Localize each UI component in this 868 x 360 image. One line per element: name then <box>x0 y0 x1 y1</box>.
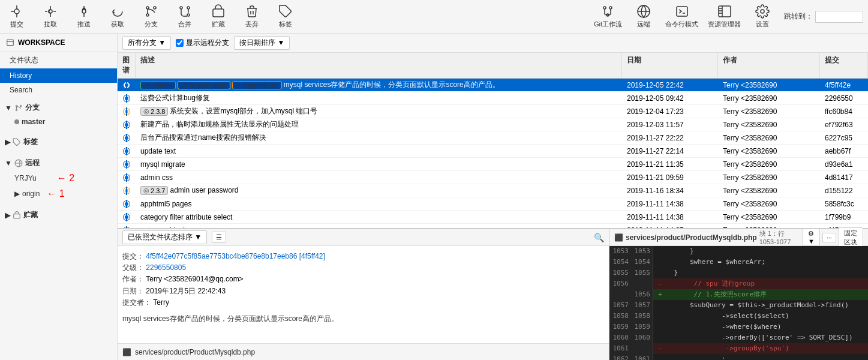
sidebar-history[interactable]: History <box>0 68 117 83</box>
sidebar-tags-header[interactable]: ▶ 标签 <box>0 134 117 149</box>
history-row-date: 2019-11-21 09:59 <box>622 172 718 183</box>
sidebar-search[interactable]: Search <box>0 83 117 97</box>
toolbar-explorer[interactable]: 资源管理器 <box>708 4 741 29</box>
toolbar-pull-label: 拉取 <box>44 20 57 29</box>
history-row-author: Terry <23582690 <box>718 212 820 223</box>
toolbar-branch[interactable]: 分支 <box>139 4 163 29</box>
sidebar-branch-header[interactable]: ▼ 分支 <box>0 100 117 115</box>
show-remote-checkbox-label[interactable]: 显示远程分支 <box>176 38 229 48</box>
toolbar-tag-label: 标签 <box>279 20 292 29</box>
diff-line: 10601060 ->orderBy(['score' => SORT_DESC… <box>609 332 868 343</box>
bottom-panel: 已依照文件状态排序 ▼ ☰ 🔍 提交： 4f5ff42e077c5f85ae77… <box>118 228 868 360</box>
svg-rect-19 <box>719 6 731 17</box>
date-value: 2019年12月5日 22:42:43 <box>146 287 226 295</box>
diff-line: 10541054 $where = $whereArr; <box>609 257 868 268</box>
jump-to-input[interactable] <box>815 11 863 23</box>
diff-wrap-btn[interactable]: 固定区块 <box>839 227 863 248</box>
remote-chevron-icon: ▼ <box>5 159 12 167</box>
history-row[interactable]: 后台产品搜索通过name搜索的报错解决2019-11-27 22:22Terry… <box>118 131 868 145</box>
history-row[interactable]: update text2019-11-27 22:14Terry <235826… <box>118 145 868 158</box>
list-view-btn[interactable]: ☰ <box>212 232 226 243</box>
toolbar-remote[interactable]: 远端 <box>632 4 656 29</box>
show-remote-checkbox[interactable] <box>176 39 184 47</box>
sidebar-branch-master[interactable]: master <box>0 115 117 128</box>
parent-label: 父级： <box>122 263 144 272</box>
commit-hash-value[interactable]: 4f5ff42e077c5f85ae7753bc4be876e8b17eeb86… <box>146 252 325 260</box>
toolbar-pull[interactable]: 拉取 <box>38 4 62 29</box>
search-icon-btn[interactable]: 🔍 <box>594 233 604 242</box>
main-area: WORKSPACE 文件状态 History Search ▼ 分支 maste… <box>0 34 868 360</box>
history-row-date: 2019-12-03 11:57 <box>622 119 718 130</box>
file-sort-dropdown[interactable]: 已依照文件状态排序 ▼ <box>122 230 207 244</box>
sidebar-remote-header[interactable]: ▼ 远程 <box>0 155 117 170</box>
branch-filter-dropdown[interactable]: 所有分支 ▼ <box>122 36 171 50</box>
history-row-author: Terry <23582690 <box>718 172 820 183</box>
toolbar-fetch[interactable]: 获取 <box>106 4 130 29</box>
history-table-header: 图谱 描述 日期 作者 提交 <box>118 53 868 79</box>
svg-point-20 <box>761 10 764 13</box>
history-row[interactable]: ⎇master⎇origin/master◎origin/HEADmysql s… <box>118 79 868 92</box>
file-name[interactable]: services/product/ProductMysqldb.php <box>135 348 255 356</box>
toolbar-discard[interactable]: 丢弃 <box>240 4 264 29</box>
remote-icon <box>14 159 23 167</box>
history-table: 图谱 描述 日期 作者 提交 ⎇master⎇origin/master◎ori… <box>118 53 868 228</box>
commit-hash-label: 提交： <box>122 252 144 260</box>
tag-badge: ◎2.3.8 <box>140 107 168 116</box>
svg-point-11 <box>187 7 190 9</box>
bottom-left-toolbar: 已依照文件状态排序 ▼ ☰ 🔍 <box>118 229 609 246</box>
sidebar-remote-yrjyu[interactable]: YRJYu ← 2 <box>0 170 117 186</box>
history-row[interactable]: 运费公式计算bug修复2019-12-05 09:42Terry <235826… <box>118 92 868 105</box>
history-row-date: 2019-11-21 11:35 <box>622 159 718 170</box>
history-row-desc: ◎2.3.7admin user password <box>136 185 622 196</box>
toolbar-merge-label: 合并 <box>178 20 191 29</box>
history-row-author: Terry <23582690 <box>718 119 820 130</box>
col-header-date: 日期 <box>622 53 718 78</box>
history-row-commit: ffc60b84 <box>820 106 868 117</box>
file-list: ⬛ services/product/ProductMysqldb.php <box>118 343 609 360</box>
svg-point-5 <box>82 10 86 13</box>
history-row-date: 2019-11-27 22:14 <box>622 146 718 157</box>
history-row-author: Terry <23582690 <box>718 199 820 209</box>
history-row-commit: ef792f63 <box>820 119 868 130</box>
sidebar-stash-header[interactable]: ▶ 贮藏 <box>0 208 117 223</box>
toolbar-gitflow[interactable]: Git工作流 <box>594 4 622 29</box>
toolbar-terminal[interactable]: 命令行模式 <box>665 4 698 29</box>
toolbar-settings[interactable]: 设置 <box>750 4 774 29</box>
history-row[interactable]: ◎2.3.7admin user password2019-11-16 18:3… <box>118 184 868 197</box>
svg-point-24 <box>16 109 17 110</box>
diff-settings-btn[interactable]: ⚙ ▼ <box>803 229 820 246</box>
parent-hash-value[interactable]: 2296550805 <box>146 263 186 272</box>
sidebar-file-status[interactable]: 文件状态 <box>0 52 117 68</box>
parent-hash-row: 父级： 2296550805 <box>122 262 604 274</box>
history-row[interactable]: 新建产品，临时添加规格属性无法显示的问题处理2019-12-03 11:57Te… <box>118 118 868 131</box>
bottom-right: ⬛ services/product/ProductMysqldb.php 块 … <box>609 229 868 360</box>
toolbar-push[interactable]: 推送 <box>72 4 96 29</box>
diff-more-btn[interactable]: ··· <box>822 233 836 242</box>
sort-dropdown[interactable]: 按日期排序 ▼ <box>234 36 290 50</box>
history-row[interactable]: admin css2019-11-21 09:59Terry <23582690… <box>118 171 868 184</box>
history-row-desc: 后台产品搜索通过name搜索的报错解决 <box>136 131 622 144</box>
toolbar-tag[interactable]: 标签 <box>274 4 298 29</box>
diff-actions: 块 1：行 1053-1077 ⚙ ▼ ··· 固定区块 <box>759 227 863 248</box>
sidebar-remote-origin[interactable]: ▶ origin ← 1 <box>0 186 117 202</box>
history-row-date: 2019-11-16 18:34 <box>622 185 718 196</box>
col-header-desc: 描述 <box>136 53 622 78</box>
history-row-commit: 6227c95 <box>820 133 868 143</box>
toolbar-commit[interactable]: 提交 <box>5 4 29 29</box>
history-row[interactable]: category filter attribute select2019-11-… <box>118 211 868 224</box>
toolbar-merge[interactable]: 合并 <box>173 4 197 29</box>
toolbar-stash[interactable]: 贮藏 <box>206 4 230 29</box>
origin-chevron-icon: ▶ <box>14 190 20 198</box>
history-row-author: Terry <23582690 <box>718 159 820 170</box>
history-row-desc: category filter attribute select <box>136 212 622 223</box>
toolbar-explorer-label: 资源管理器 <box>708 20 741 29</box>
history-row[interactable]: category block2019-11-11 14:37Terry <235… <box>118 224 868 228</box>
history-row[interactable]: apphtml5 pages2019-11-11 14:38Terry <235… <box>118 197 868 211</box>
history-row[interactable]: ◎2.3.8系统安装，设置mysql部分，加入mysql 端口号2019-12-… <box>118 105 868 118</box>
tags-chevron-icon: ▶ <box>5 138 10 146</box>
sidebar: WORKSPACE 文件状态 History Search ▼ 分支 maste… <box>0 34 118 360</box>
history-row-date: 2019-11-11 14:38 <box>622 212 718 223</box>
diff-line: 10551055 } <box>609 268 868 278</box>
history-row-author: Terry <23582690 <box>718 93 820 104</box>
history-row[interactable]: mysql migrate2019-11-21 11:35Terry <2358… <box>118 158 868 171</box>
